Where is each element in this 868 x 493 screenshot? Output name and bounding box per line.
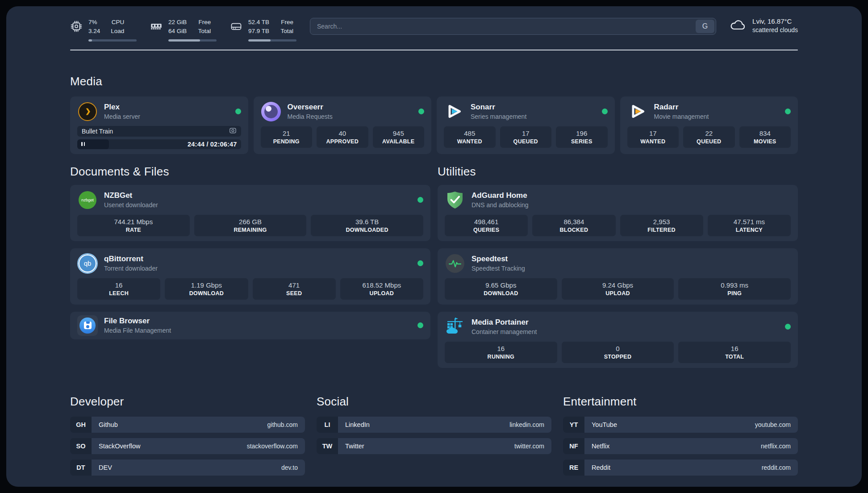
stat-box: 86,384 BLOCKED <box>532 215 615 236</box>
link-name: Netflix <box>592 443 609 450</box>
session-icon[interactable] <box>229 127 237 136</box>
stat-label: APPROVED <box>326 138 359 145</box>
stat-value: 744.21 Mbps <box>114 218 153 226</box>
link-row-reddit[interactable]: RE Reddit reddit.com <box>563 460 798 476</box>
link-url: github.com <box>267 421 298 428</box>
stat-value: 266 GB <box>239 218 262 226</box>
stat-value: 471 <box>288 281 300 289</box>
link-url: linkedin.com <box>509 421 544 428</box>
app-subtitle: Speedtest Tracking <box>472 265 525 272</box>
app-title: Plex <box>104 103 140 112</box>
stat-value: 47.571 ms <box>734 218 765 226</box>
playback-progress-bar: 24:44 / 02:06:47 <box>77 139 241 149</box>
utilities-column: Utilities <box>438 165 798 375</box>
app-card-sonarr[interactable]: Sonarr Series management 485 WANTED 17 Q… <box>437 96 615 154</box>
status-online-dot <box>785 324 791 330</box>
search-engine-button[interactable]: G <box>696 20 714 33</box>
link-url: netflix.com <box>761 443 791 450</box>
stat-box: 21 PENDING <box>261 126 313 148</box>
app-card-nzbget[interactable]: nzbget NZBGet Usenet downloader 744.21 M… <box>70 185 430 241</box>
status-online-dot <box>602 109 608 114</box>
link-abbr: YT <box>563 417 584 433</box>
stat-label: DOWNLOADED <box>346 227 388 233</box>
app-card-overseerr[interactable]: Overseerr Media Requests 21 PENDING 40 A… <box>254 96 432 154</box>
weather-location-temp: Lviv, 16.87°C <box>752 17 798 25</box>
link-abbr: DT <box>70 460 92 476</box>
stat-value: 498,461 <box>474 218 498 226</box>
status-online-dot <box>418 109 424 114</box>
adguard-logo-icon <box>445 190 465 210</box>
cpu-usage-label: CPU <box>109 18 124 27</box>
stat-value: 17 <box>649 130 657 137</box>
status-online-dot <box>235 109 241 114</box>
memory-stat: 22 GiB 64 GiB Free Total <box>150 18 217 42</box>
stat-value: 1.19 Gbps <box>191 281 222 289</box>
link-name: LinkedIn <box>345 421 370 428</box>
app-title: Overseerr <box>288 103 333 112</box>
stat-label: DOWNLOAD <box>484 290 518 297</box>
link-row-youtube[interactable]: YT YouTube youtube.com <box>563 417 798 433</box>
header: 7% 3.24 CPU Load <box>70 6 798 42</box>
link-abbr: SO <box>70 438 92 454</box>
stat-box: 618.52 Mbps UPLOAD <box>340 278 423 300</box>
stat-value: 39.6 TB <box>355 218 379 226</box>
stat-value: 196 <box>576 130 587 137</box>
disk-free-value: 52.4 TB <box>248 18 269 27</box>
link-row-twitter[interactable]: TW Twitter twitter.com <box>317 438 551 454</box>
nzbget-logo-icon: nzbget <box>77 190 98 210</box>
app-card-plex[interactable]: Plex Media server Bullet Train <box>70 96 248 154</box>
link-name: DEV <box>99 464 112 471</box>
link-row-github[interactable]: GH Github github.com <box>70 417 305 433</box>
app-title: Sonarr <box>471 103 526 112</box>
memory-total-value: 64 GiB <box>168 27 187 36</box>
stat-label: TOTAL <box>725 354 744 360</box>
stat-label: QUEUED <box>513 138 538 145</box>
disk-free-label: Free <box>278 18 293 27</box>
link-row-netflix[interactable]: NF Netflix netflix.com <box>563 438 798 454</box>
stat-box: 17 WANTED <box>627 126 679 148</box>
portainer-logo-icon <box>445 317 465 337</box>
stat-label: PING <box>727 290 742 297</box>
radarr-logo-icon <box>627 101 648 122</box>
stat-label: LATENCY <box>736 227 763 233</box>
stat-box: 16 LEECH <box>77 278 160 300</box>
app-card-qbittorrent[interactable]: qb qBittorrent Torrent downloader 16 LEE… <box>70 248 430 305</box>
link-abbr: LI <box>317 417 338 433</box>
app-card-speedtest[interactable]: Speedtest Speedtest Tracking 9.65 Gbps D… <box>438 248 798 305</box>
status-online-dot <box>785 109 791 114</box>
link-abbr: GH <box>70 417 92 433</box>
weather-widget: Lviv, 16.87°C scattered clouds <box>730 17 798 33</box>
cloud-icon <box>730 18 747 33</box>
link-name: StackOverflow <box>99 443 140 450</box>
search-input[interactable] <box>312 20 696 33</box>
link-name: Twitter <box>345 443 364 450</box>
app-title: AdGuard Home <box>472 191 529 200</box>
app-card-adguard[interactable]: AdGuard Home DNS and adblocking 498,461 … <box>438 185 798 241</box>
search-bar[interactable]: G <box>310 18 716 35</box>
app-card-radarr[interactable]: Radarr Movie management 17 WANTED 22 QUE… <box>620 96 798 154</box>
stat-value: 86,384 <box>563 218 584 226</box>
app-subtitle: Movie management <box>654 113 709 120</box>
app-card-portainer[interactable]: Media Portainer Container management 16 … <box>438 312 798 368</box>
app-card-filebrowser[interactable]: File Browser Media File Management <box>70 312 430 339</box>
sonarr-logo-icon <box>444 101 464 122</box>
stat-label: REMAINING <box>234 227 267 233</box>
link-url: twitter.com <box>514 443 544 450</box>
stat-value: 22 <box>705 130 713 137</box>
link-row-dev[interactable]: DT DEV dev.to <box>70 460 305 476</box>
now-playing-row: Bullet Train <box>77 126 241 137</box>
stat-label: WANTED <box>640 138 665 145</box>
link-name: YouTube <box>592 421 617 428</box>
filebrowser-logo-icon <box>77 315 98 336</box>
links-column-developer: Developer GH Github github.com SO StackO… <box>70 395 305 481</box>
link-row-stackoverflow[interactable]: SO StackOverflow stackoverflow.com <box>70 438 305 454</box>
overseerr-logo-icon <box>261 101 281 122</box>
app-subtitle: Media server <box>104 113 140 120</box>
stat-value: 16 <box>497 345 505 352</box>
link-abbr: TW <box>317 438 338 454</box>
link-name: Reddit <box>592 464 610 471</box>
link-row-linkedin[interactable]: LI LinkedIn linkedin.com <box>317 417 551 433</box>
stat-box: 196 SERIES <box>556 126 608 148</box>
stat-box: 498,461 QUERIES <box>445 215 528 236</box>
stat-box: 17 QUEUED <box>500 126 552 148</box>
